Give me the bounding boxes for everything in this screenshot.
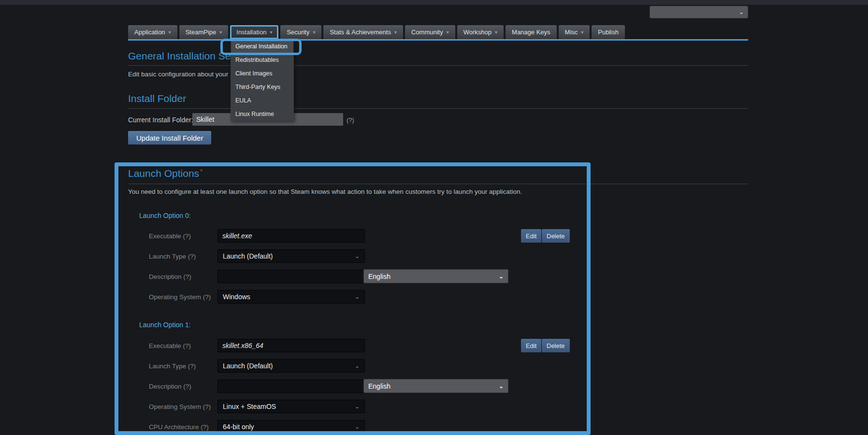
tab-label: Misc [565,29,578,36]
menu-item-eula[interactable]: EULA [231,94,294,107]
menu-item-linux-runtime[interactable]: Linux Runtime [231,107,294,121]
tab-misc[interactable]: Misc▾ [559,25,590,39]
chevron-down-icon: ⌄ [355,293,360,300]
tab-manage-keys[interactable]: Manage Keys [506,25,557,39]
divider [128,108,748,109]
description-label: Description (?) [149,383,191,390]
operating-system-select-1[interactable]: Linux + SteamOS⌄ [217,400,365,413]
delete-button-1[interactable]: Delete [542,339,570,352]
tab-security[interactable]: Security▾ [280,25,321,39]
tab-application[interactable]: Application▾ [128,25,177,39]
chevron-down-icon: ▾ [495,30,497,35]
chevron-down-icon: ▾ [270,30,272,35]
tab-steampipe[interactable]: SteamPipe▾ [179,25,229,39]
install-folder-help-link[interactable]: (?) [347,116,354,124]
edit-button-0[interactable]: Edit [521,229,541,243]
section-title-general-installation: General Installation Se [128,50,231,62]
menu-item-general-installation[interactable]: General Installation [231,40,294,53]
select-value: Windows [223,293,250,301]
main-nav: Application▾ SteamPipe▾ Installation▾ Se… [128,25,625,39]
launch-options-intro: You need to configure at least one launc… [128,188,522,195]
executable-label: Executable (?) [149,232,191,240]
divider [128,184,748,184]
description-label: Description (?) [149,273,191,280]
launch-options-title-text: Launch Options [128,168,199,179]
menu-item-third-party-keys[interactable]: Third-Party Keys [231,80,294,94]
tab-workshop[interactable]: Workshop▾ [457,25,504,39]
installation-dropdown-menu: General Installation Redistributables Cl… [231,40,294,121]
top-strip [0,0,868,5]
cpu-architecture-label: CPU Architecture (?) [149,423,209,431]
executable-input-1[interactable] [217,339,365,352]
section-title-install-folder: Install Folder [128,93,186,104]
section-title-launch-options: Launch Options* [128,168,203,179]
tab-publish[interactable]: Publish [592,25,625,39]
divider [128,65,748,66]
delete-button-0[interactable]: Delete [542,229,570,243]
chevron-down-icon: ⌄ [355,253,360,260]
tab-label: Community [411,29,443,36]
tab-label: Application [134,29,165,36]
tab-community[interactable]: Community▾ [405,25,455,39]
chevron-down-icon: ⌄ [355,403,360,410]
executable-input-0[interactable] [217,229,365,243]
menu-item-redistributables[interactable]: Redistributables [231,53,294,67]
select-value: English [368,273,391,280]
chevron-down-icon: ⌄ [739,9,744,15]
select-value: Launch (Default) [223,252,273,260]
tab-label: Installation [236,29,266,36]
tab-installation[interactable]: Installation▾ [230,25,278,39]
chevron-down-icon: ▾ [581,30,583,35]
operating-system-label: Operating System (?) [149,403,211,410]
select-value: English [368,382,391,390]
launch-type-label: Launch Type (?) [149,253,196,260]
select-value: Linux + SteamOS [223,403,276,410]
chevron-down-icon: ▾ [447,30,449,35]
tab-label: Security [287,29,309,36]
cpu-architecture-select-1[interactable]: 64-bit only⌄ [217,420,365,434]
description-language-select-1[interactable]: English⌄ [363,379,508,393]
general-settings-intro: Edit basic configuration about your [128,71,228,78]
chevron-down-icon: ▾ [169,30,171,35]
tab-label: SteamPipe [186,29,217,36]
description-input-1[interactable] [217,379,365,393]
operating-system-select-0[interactable]: Windows⌄ [217,290,365,304]
update-install-folder-button[interactable]: Update Install Folder [128,131,211,145]
operating-system-label: Operating System (?) [149,293,211,301]
chevron-down-icon: ▾ [313,30,315,35]
select-value: 64-bit only [223,423,254,431]
tab-label: Manage Keys [512,29,550,36]
edit-button-1[interactable]: Edit [521,339,541,352]
description-input-0[interactable] [217,270,365,283]
tab-label: Stats & Achievements [330,29,391,36]
nav-accent-underline [128,39,748,41]
launch-option-0-heading: Launch Option 0: [139,212,191,219]
chevron-down-icon: ⌄ [499,273,504,280]
executable-label: Executable (?) [149,342,191,349]
tab-label: Publish [598,29,619,36]
chevron-down-icon: ⌄ [499,383,504,390]
description-language-select-0[interactable]: English⌄ [363,269,508,283]
launch-type-select-0[interactable]: Launch (Default)⌄ [217,249,365,263]
chevron-down-icon: ▾ [219,30,222,35]
chevron-down-icon: ⌄ [355,362,360,369]
chevron-down-icon: ⌄ [355,423,360,430]
tab-label: Workshop [463,29,492,36]
launch-type-select-1[interactable]: Launch (Default)⌄ [217,359,365,373]
launch-option-1-heading: Launch Option 1: [139,321,191,329]
required-marker: * [200,168,203,175]
chevron-down-icon: ▾ [394,30,397,35]
app-select[interactable]: ⌄ [650,6,748,18]
select-value: Launch (Default) [223,362,273,370]
current-install-folder-label: Current Install Folder: [128,116,193,124]
menu-item-client-images[interactable]: Client Images [231,67,294,80]
launch-type-label: Launch Type (?) [149,362,196,370]
tab-stats-achievements[interactable]: Stats & Achievements▾ [323,25,403,39]
